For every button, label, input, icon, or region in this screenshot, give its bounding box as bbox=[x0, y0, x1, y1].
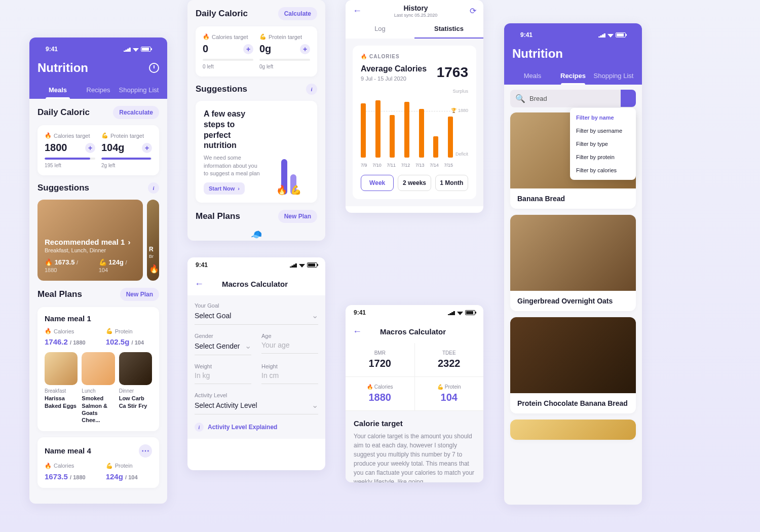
filter-option[interactable]: Filter by username bbox=[570, 124, 636, 137]
new-plan-button[interactable]: New Plan bbox=[278, 210, 317, 223]
goal-select[interactable]: Select Goal⌄ bbox=[195, 311, 318, 325]
tab-statistics[interactable]: Statistics bbox=[414, 20, 483, 39]
add-calories-button[interactable]: + bbox=[85, 143, 95, 153]
search-icon: 🔍 bbox=[515, 94, 525, 103]
calc-title: Macros Calculator bbox=[204, 280, 306, 288]
weight-input[interactable]: In kg bbox=[195, 371, 251, 384]
calculate-button[interactable]: Calculate bbox=[278, 7, 317, 20]
helmet-icon: 🧢 bbox=[196, 229, 317, 240]
period-week[interactable]: Week bbox=[361, 175, 394, 191]
add-button[interactable]: + bbox=[243, 44, 253, 54]
tab-recipes[interactable]: Recipes bbox=[78, 81, 119, 99]
rec-meal-title: Recommended meal 1 bbox=[45, 238, 125, 246]
calories-label: Calories target bbox=[54, 133, 90, 139]
protein-label: Protein target bbox=[110, 133, 144, 139]
calories-value: 1800 bbox=[45, 142, 67, 154]
onboard-text: We need some information about you to su… bbox=[204, 154, 262, 177]
onboard-title: A few easy steps to perfect nutrition bbox=[204, 109, 262, 151]
tab-meals[interactable]: Meals bbox=[37, 81, 78, 99]
explain-link[interactable]: iActivity Level Explained bbox=[195, 423, 318, 432]
status-icons bbox=[124, 47, 151, 52]
arm-icon: 💪 bbox=[101, 132, 108, 139]
height-input[interactable]: In cm bbox=[261, 371, 318, 384]
suggestions-title: Suggestions bbox=[37, 183, 89, 193]
history-icon[interactable] bbox=[149, 63, 159, 73]
period-month[interactable]: 1 Month bbox=[435, 175, 468, 191]
filter-option[interactable]: Filter by type bbox=[570, 137, 636, 150]
add-button[interactable]: + bbox=[300, 44, 310, 54]
avg-title: Average Calories bbox=[361, 64, 427, 73]
gender-select[interactable]: Select Gender⌄ bbox=[195, 341, 251, 355]
back-icon[interactable]: ← bbox=[353, 6, 362, 16]
tab-shopping[interactable]: Shopping List bbox=[593, 67, 634, 85]
tab-meals[interactable]: Meals bbox=[512, 67, 553, 85]
filter-option[interactable]: Filter by calories bbox=[570, 164, 636, 177]
calories-chart: Surplus 🏆 1880 Deficit 7/97/107/117/127/… bbox=[361, 87, 468, 168]
suggestion-card-peek[interactable]: R Br 🔥 bbox=[147, 200, 159, 281]
more-button[interactable]: ⋯ bbox=[139, 444, 152, 458]
new-plan-button[interactable]: New Plan bbox=[120, 288, 159, 301]
suggestion-card[interactable]: Recommended meal 1› Breakfast, Lunch, Di… bbox=[37, 200, 143, 281]
daily-caloric-title: Daily Caloric bbox=[37, 107, 90, 118]
recipe-card[interactable]: Gingerbread Overnight Oats bbox=[510, 215, 636, 311]
back-icon[interactable]: ← bbox=[195, 279, 204, 289]
fire-icon: 🔥 bbox=[45, 132, 52, 139]
tab-shopping[interactable]: Shopping List bbox=[119, 81, 159, 99]
rec-cal: 1673.5 bbox=[55, 258, 75, 266]
date-range: 9 Jul - 15 Jul 2020 bbox=[361, 75, 427, 82]
avg-value: 1763 bbox=[437, 64, 468, 81]
recipe-card[interactable]: Protein Chocolate Banana Bread bbox=[510, 317, 636, 413]
history-title: History bbox=[394, 4, 438, 12]
onboard-graphic: 🔥💪 bbox=[269, 109, 309, 195]
filter-option[interactable]: Filter by name bbox=[570, 111, 636, 124]
filter-button[interactable] bbox=[621, 90, 636, 107]
filter-option[interactable]: Filter by protein bbox=[570, 150, 636, 164]
activity-select[interactable]: Select Activity Level⌄ bbox=[195, 400, 318, 414]
status-time: 9:41 bbox=[46, 46, 58, 53]
period-2weeks[interactable]: 2 weeks bbox=[398, 175, 431, 191]
meal-plan-card[interactable]: Name meal 4 ⋯ 🔥Calories1673.5 / 1880 💪Pr… bbox=[37, 437, 159, 488]
daily-caloric-title: Daily Caloric bbox=[196, 9, 248, 19]
meal-plan-card[interactable]: Name meal 1 🔥Calories 1746.2 / 1880 💪Pro… bbox=[37, 307, 159, 431]
app-title: Nutrition bbox=[37, 61, 88, 75]
search-input[interactable]: 🔍 bbox=[510, 90, 636, 107]
rec-pro: 124g bbox=[108, 258, 124, 266]
age-input[interactable]: Your age bbox=[261, 341, 318, 354]
rec-meal-sub: Breakfast, Lunch, Dinner bbox=[45, 247, 136, 253]
tab-log[interactable]: Log bbox=[346, 20, 414, 39]
bmr-value: 1720 bbox=[346, 358, 414, 369]
chevron-right-icon: › bbox=[128, 238, 130, 246]
recipe-card[interactable] bbox=[510, 420, 636, 440]
start-now-button[interactable]: Start Now› bbox=[204, 182, 245, 195]
back-icon[interactable]: ← bbox=[353, 326, 362, 337]
meal-plans-title: Meal Plans bbox=[37, 289, 82, 299]
add-protein-button[interactable]: + bbox=[142, 143, 152, 153]
filter-dropdown: Filter by name Filter by username Filter… bbox=[570, 108, 636, 180]
calorie-target-title: Calorie target bbox=[354, 419, 475, 428]
protein-result: 104 bbox=[415, 392, 484, 403]
protein-value: 104g bbox=[101, 142, 125, 154]
tab-recipes[interactable]: Recipes bbox=[553, 67, 593, 85]
calories-left: 195 left bbox=[45, 163, 95, 168]
calories-result: 1880 bbox=[346, 392, 414, 403]
calorie-target-text: Your calorie target is the amount you sh… bbox=[354, 432, 475, 482]
info-icon[interactable]: i bbox=[148, 182, 159, 194]
protein-left: 2g left bbox=[101, 163, 152, 168]
sync-label: Last sync 05.25.2020 bbox=[394, 13, 438, 18]
tdee-value: 2322 bbox=[415, 358, 484, 369]
recalculate-button[interactable]: Recalculate bbox=[113, 106, 159, 119]
chevron-down-icon: ⌄ bbox=[312, 311, 318, 320]
sync-icon[interactable]: ⟳ bbox=[470, 6, 476, 16]
info-icon[interactable]: i bbox=[306, 84, 317, 95]
